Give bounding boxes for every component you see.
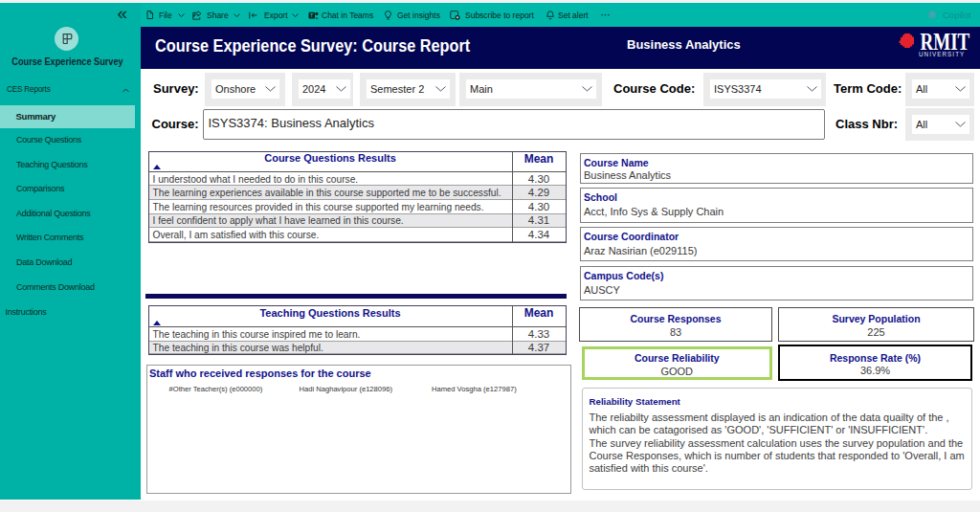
svg-text:T: T (310, 12, 314, 18)
